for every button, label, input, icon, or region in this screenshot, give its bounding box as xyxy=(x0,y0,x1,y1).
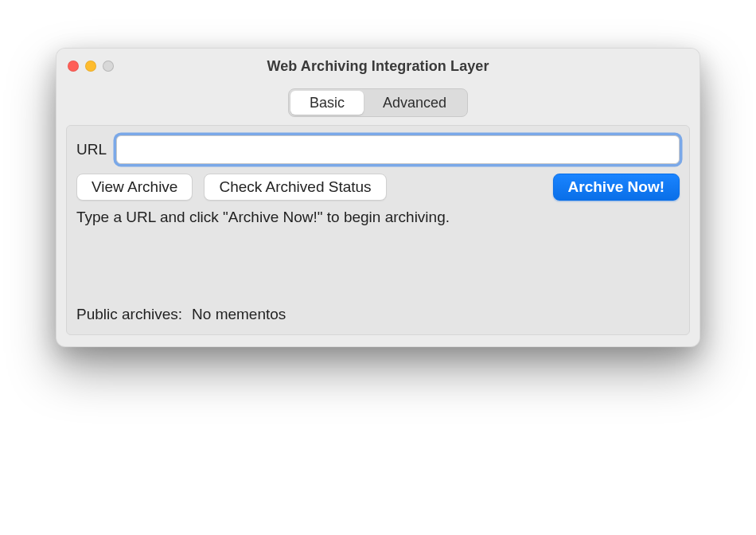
content-area: Basic Advanced URL View Archive Check Ar… xyxy=(57,84,699,346)
titlebar: Web Archiving Integration Layer xyxy=(57,49,699,84)
close-icon[interactable] xyxy=(68,61,79,72)
public-archives-label: Public archives: xyxy=(76,306,182,323)
check-archived-status-button[interactable]: Check Archived Status xyxy=(204,174,386,201)
app-window: Web Archiving Integration Layer Basic Ad… xyxy=(56,48,700,347)
archive-now-button[interactable]: Archive Now! xyxy=(553,174,680,201)
url-label: URL xyxy=(76,141,107,158)
basic-panel: URL View Archive Check Archived Status A… xyxy=(66,125,690,335)
public-archives-row: Public archives: No mementos xyxy=(76,306,680,323)
public-archives-status: No mementos xyxy=(192,306,286,323)
view-archive-button[interactable]: View Archive xyxy=(76,174,193,201)
tab-basic[interactable]: Basic xyxy=(290,91,364,115)
tab-advanced[interactable]: Advanced xyxy=(364,91,466,115)
window-controls xyxy=(68,61,114,72)
minimize-icon[interactable] xyxy=(85,61,96,72)
segmented-control: Basic Advanced xyxy=(288,88,468,117)
window-title: Web Archiving Integration Layer xyxy=(68,58,688,75)
instruction-text: Type a URL and click "Archive Now!" to b… xyxy=(76,209,680,226)
url-input[interactable] xyxy=(116,135,680,164)
button-row: View Archive Check Archived Status Archi… xyxy=(76,174,680,201)
url-row: URL xyxy=(76,135,680,164)
tabbar: Basic Advanced xyxy=(66,84,690,125)
url-input-wrap xyxy=(116,135,680,164)
maximize-icon[interactable] xyxy=(103,61,114,72)
